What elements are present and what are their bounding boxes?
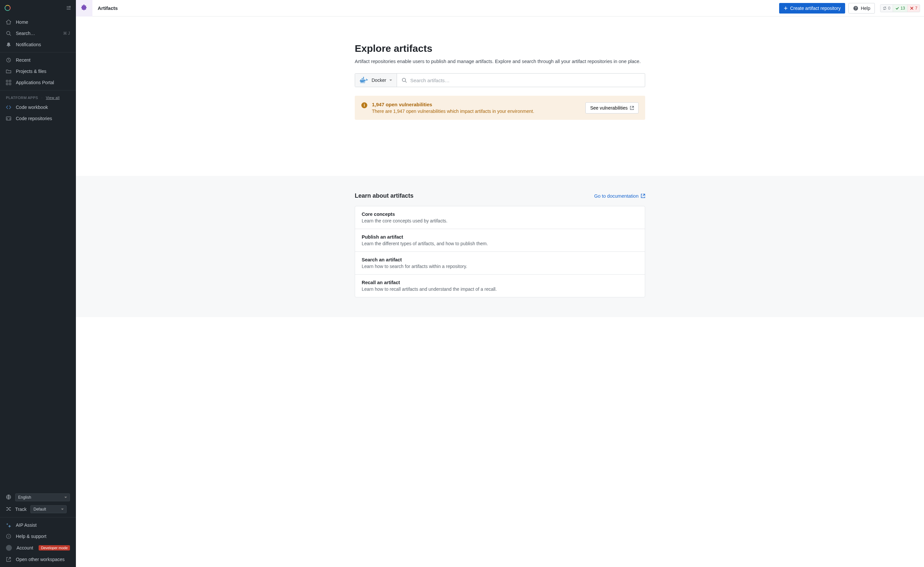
- nav-open-workspaces[interactable]: Open other workspaces: [0, 554, 76, 565]
- check-icon: [895, 6, 899, 10]
- question-circle-icon: ?: [853, 6, 858, 11]
- doc-item[interactable]: Search an artifact Learn how to search f…: [355, 252, 645, 274]
- svg-rect-2: [6, 80, 8, 82]
- svg-rect-4: [6, 83, 8, 85]
- search-icon: [402, 78, 407, 83]
- nav-code-repos[interactable]: Code repositories: [0, 113, 76, 124]
- app-icon: [76, 0, 92, 16]
- puzzle-icon: [81, 4, 88, 12]
- nav-account[interactable]: Account Developer mode: [0, 542, 76, 554]
- svg-rect-14: [363, 80, 364, 81]
- history-icon: [6, 57, 11, 63]
- code-workbook-icon: [6, 105, 11, 110]
- search-icon: [6, 31, 11, 36]
- create-repository-button[interactable]: Create artifact repository: [779, 3, 845, 14]
- nav-recent[interactable]: Recent: [0, 54, 76, 66]
- documentation-link[interactable]: Go to documentation: [594, 194, 645, 199]
- svg-point-20: [402, 78, 406, 81]
- nav-label: Notifications: [16, 42, 41, 47]
- nav-label: AIP Assist: [16, 522, 37, 528]
- svg-rect-13: [362, 80, 363, 81]
- nav-label: Home: [16, 20, 28, 25]
- language-select[interactable]: English: [15, 494, 70, 501]
- search-bar: docker Docker: [355, 73, 645, 87]
- app-title: Artifacts: [98, 5, 118, 11]
- nav-projects[interactable]: Projects & files: [0, 66, 76, 77]
- svg-rect-6: [6, 117, 11, 120]
- product-logo[interactable]: [4, 5, 11, 12]
- grid-icon: [6, 80, 11, 85]
- help-button[interactable]: ? Help: [848, 3, 875, 14]
- track-label: Track: [15, 507, 26, 512]
- doc-item[interactable]: Core concepts Learn the core concepts us…: [355, 206, 645, 229]
- svg-rect-16: [362, 78, 363, 79]
- nav-label: Open other workspaces: [16, 557, 64, 562]
- section-title: PLATFORM APPS: [6, 96, 38, 100]
- x-icon: [910, 6, 914, 10]
- nav-label: Search…: [16, 31, 35, 36]
- nav-label: Help & support: [16, 534, 46, 539]
- docker-icon: docker: [360, 77, 368, 84]
- sync-icon: [883, 6, 887, 10]
- alert-title: 1,947 open vulnerabilities: [372, 102, 581, 107]
- plus-icon: [784, 6, 788, 10]
- nav-label: Applications Portal: [16, 80, 54, 85]
- folder-icon: [6, 69, 11, 74]
- question-icon: ?: [6, 534, 11, 539]
- nav-label: Recent: [16, 57, 30, 63]
- view-all-link[interactable]: View all: [46, 96, 60, 100]
- status-sync[interactable]: 0: [880, 4, 893, 12]
- page-title: Explore artifacts: [355, 43, 645, 54]
- nav-label: Code repositories: [16, 116, 52, 121]
- search-type-select[interactable]: docker Docker: [355, 74, 397, 87]
- see-vulnerabilities-button[interactable]: See vulnerabilities: [585, 102, 639, 114]
- info-icon: i: [362, 102, 367, 108]
- home-icon: [6, 20, 11, 25]
- status-error[interactable]: 7: [908, 4, 920, 12]
- topbar: Artifacts Create artifact repository ? H…: [76, 0, 924, 16]
- doc-list: Core concepts Learn the core concepts us…: [355, 206, 645, 297]
- nav-label: Account: [16, 545, 33, 550]
- avatar: [6, 545, 12, 551]
- svg-rect-5: [9, 83, 11, 85]
- shuffle-icon: [6, 506, 11, 513]
- svg-text:?: ?: [8, 535, 9, 538]
- nav-apps-portal[interactable]: Applications Portal: [0, 77, 76, 88]
- nav-search[interactable]: Search… ⌘ J: [0, 28, 76, 39]
- svg-text:docker: docker: [360, 82, 365, 84]
- bell-icon: [6, 42, 11, 47]
- status-ok[interactable]: 13: [893, 4, 908, 12]
- svg-rect-18: [363, 77, 364, 78]
- nav-code-workbook[interactable]: Code workbook: [0, 102, 76, 113]
- search-input[interactable]: [410, 78, 640, 83]
- search-shortcut: ⌘ J: [63, 31, 70, 36]
- globe-icon: [6, 494, 11, 501]
- svg-point-0: [7, 32, 10, 34]
- page-subtitle: Artifact repositories enable users to pu…: [355, 59, 645, 64]
- caret-down-icon: [64, 497, 67, 498]
- developer-mode-badge: Developer mode: [39, 545, 70, 550]
- code-repos-icon: [6, 116, 11, 121]
- track-select[interactable]: Default: [30, 505, 67, 513]
- caret-down-icon: [389, 80, 392, 81]
- nav-aip-assist[interactable]: AIP Assist: [0, 519, 76, 531]
- doc-item[interactable]: Publish an artifact Learn the different …: [355, 229, 645, 252]
- svg-text:?: ?: [855, 6, 857, 10]
- nav-label: Projects & files: [16, 69, 46, 74]
- status-indicator[interactable]: 0 13 7: [880, 4, 920, 12]
- nav-help-support[interactable]: ? Help & support: [0, 531, 76, 542]
- external-link-icon: [641, 194, 645, 198]
- vulnerabilities-alert: i 1,947 open vulnerabilities There are 1…: [355, 96, 645, 120]
- doc-item[interactable]: Recall an artifact Learn how to recall a…: [355, 274, 645, 297]
- collapse-sidebar-button[interactable]: [66, 5, 71, 12]
- nav-notifications[interactable]: Notifications: [0, 39, 76, 50]
- learn-section-title: Learn about artifacts: [355, 192, 414, 200]
- svg-rect-15: [364, 80, 365, 81]
- sidebar: Home Search… ⌘ J Notifications Recent Pr…: [0, 0, 76, 567]
- external-link-icon: [630, 106, 634, 110]
- nav-label: Code workbook: [16, 105, 48, 110]
- sparkle-icon: [6, 522, 11, 528]
- alert-description: There are 1,947 open vulnerabilities whi…: [372, 109, 581, 114]
- nav-home[interactable]: Home: [0, 16, 76, 28]
- caret-down-icon: [61, 508, 64, 510]
